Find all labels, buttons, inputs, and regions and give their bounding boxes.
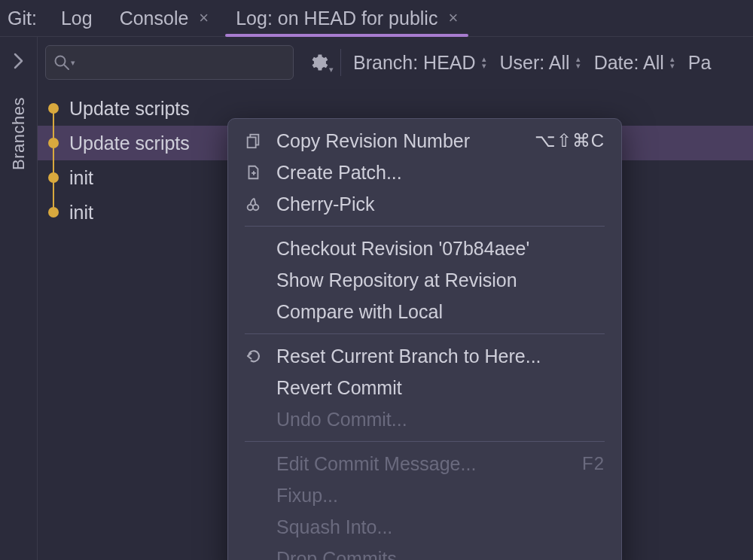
tab-console[interactable]: Console × [106,0,223,36]
menu-label: Create Patch... [276,162,605,184]
svg-point-7 [253,205,258,210]
git-label: Git: [5,8,47,29]
branches-tab[interactable]: Branches [9,97,29,170]
chevron-down-icon: ▾ [71,58,75,68]
menu-show-repo[interactable]: Show Repository at Revision [228,264,621,296]
svg-point-6 [248,205,253,210]
svg-rect-3 [248,137,256,148]
menu-label: Undo Commit... [276,409,605,431]
tab-log-label: Log [61,8,93,29]
cherry-icon [245,196,276,212]
close-icon[interactable]: × [199,10,209,26]
tab-log-head[interactable]: Log: on HEAD for public × [222,0,471,36]
log-toolbar: ▾ ▾ Branch: HEAD ▴▾ User: All ▴▾ Date: A… [38,37,753,82]
menu-undo-commit: Undo Commit... [228,403,621,435]
commit-node-icon [48,207,59,218]
filter-date[interactable]: Date: All ▴▾ [594,52,675,74]
menu-reset-branch[interactable]: Reset Current Branch to Here... [228,340,621,372]
divider [340,49,341,76]
search-input[interactable]: ▾ [45,45,294,80]
menu-separator [245,226,605,227]
menu-edit-commit-msg: Edit Commit Message... F2 [228,448,621,479]
menu-label: Copy Revision Number [276,130,535,152]
menu-label: Compare with Local [276,301,605,323]
commit-node-icon [48,103,59,114]
menu-label: Cherry-Pick [276,193,605,215]
tab-log[interactable]: Log [47,0,106,36]
menu-fixup: Fixup... [228,479,621,511]
sort-arrows-icon: ▴▾ [482,56,486,69]
sort-arrows-icon: ▴▾ [670,56,675,69]
menu-checkout-revision[interactable]: Checkout Revision '07b84aee' [228,233,621,264]
commit-node-icon [48,138,59,148]
chevron-down-icon: ▾ [329,65,334,75]
menu-shortcut: F2 [582,453,605,474]
menu-cherry-pick[interactable]: Cherry-Pick [228,188,621,220]
menu-label: Show Repository at Revision [276,269,605,291]
graph-line [53,108,54,214]
filter-user-label: User: All [500,52,570,74]
gear-icon[interactable]: ▾ [307,52,328,73]
filter-branch-label: Branch: HEAD [353,52,476,74]
menu-create-patch[interactable]: Create Patch... [228,157,621,188]
patch-icon [245,164,276,181]
commit-message: Update scripts [69,132,190,154]
menu-label: Squash Into... [276,516,605,538]
svg-line-1 [64,65,69,69]
git-tabbar: Git: Log Console × Log: on HEAD for publ… [0,0,753,37]
commit-message: init [69,202,93,224]
tab-console-label: Console [120,8,189,29]
menu-shortcut: ⌥⇧⌘C [535,130,605,151]
filter-date-label: Date: All [594,52,664,74]
menu-drop-commits: Drop Commits [228,543,621,560]
menu-separator [245,333,605,334]
sidebar: Branches [0,37,38,560]
commit-message: Update scripts [69,98,190,120]
menu-revert-commit[interactable]: Revert Commit [228,372,621,403]
copy-icon [245,132,276,149]
menu-label: Checkout Revision '07b84aee' [276,238,605,260]
filter-branch[interactable]: Branch: HEAD ▴▾ [353,52,486,74]
menu-copy-revision[interactable]: Copy Revision Number ⌥⇧⌘C [228,125,621,157]
menu-separator [245,441,605,442]
menu-compare-local[interactable]: Compare with Local [228,296,621,327]
filter-path[interactable]: Pa [688,52,712,74]
menu-squash: Squash Into... [228,511,621,543]
menu-label: Reset Current Branch to Here... [276,345,605,367]
chevron-right-icon[interactable] [14,50,24,75]
commit-message: init [69,167,93,189]
filter-path-label: Pa [688,52,712,74]
tab-log-head-label: Log: on HEAD for public [236,8,437,29]
menu-label: Fixup... [276,485,605,507]
commit-node-icon [48,172,59,183]
search-icon [53,54,70,71]
filter-user[interactable]: User: All ▴▾ [500,52,581,74]
menu-label: Drop Commits [276,548,605,561]
sort-arrows-icon: ▴▾ [576,56,581,69]
menu-label: Edit Commit Message... [276,453,582,475]
menu-label: Revert Commit [276,377,605,399]
undo-icon [245,347,276,365]
commit-context-menu: Copy Revision Number ⌥⇧⌘C Create Patch..… [227,118,622,560]
close-icon[interactable]: × [448,10,458,26]
